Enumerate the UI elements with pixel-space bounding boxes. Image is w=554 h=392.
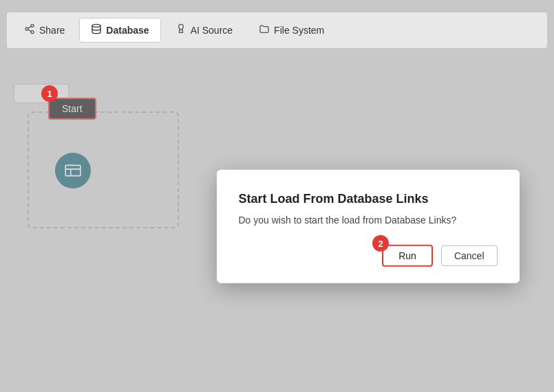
tab-database[interactable]: Database (79, 18, 160, 43)
step-1-badge: 1 (41, 85, 58, 102)
share-icon (24, 23, 35, 37)
tab-ai-source-label: AI Source (191, 25, 233, 36)
run-button-wrapper: 2 Run (382, 245, 433, 267)
svg-point-5 (92, 24, 100, 27)
dialog-title: Start Load From Database Links (239, 192, 498, 206)
dialog-message: Do you wish to start the load from Datab… (239, 215, 498, 226)
tab-bar: Share Database AI Source File System (7, 12, 547, 48)
database-icon (91, 23, 102, 37)
tab-file-system[interactable]: File System (247, 18, 336, 43)
tab-database-label: Database (106, 25, 149, 36)
dialog-actions: 2 Run Cancel (239, 245, 498, 267)
run-button[interactable]: Run (382, 245, 433, 267)
svg-point-1 (25, 28, 28, 30)
tab-share-label: Share (39, 25, 65, 36)
cancel-button[interactable]: Cancel (441, 246, 498, 266)
tab-ai-source[interactable]: AI Source (164, 18, 244, 43)
svg-point-2 (31, 31, 34, 34)
svg-point-0 (31, 24, 34, 27)
ai-source-icon (175, 23, 187, 37)
tab-file-system-label: File System (274, 25, 324, 36)
confirmation-dialog: Start Load From Database Links Do you wi… (217, 170, 520, 283)
step-2-badge: 2 (372, 235, 389, 252)
content-area: 1 Start Start Load From Database Links D… (7, 56, 547, 385)
file-system-icon (259, 23, 270, 37)
tab-share[interactable]: Share (12, 18, 76, 43)
svg-line-4 (28, 26, 32, 28)
svg-line-3 (28, 30, 32, 32)
